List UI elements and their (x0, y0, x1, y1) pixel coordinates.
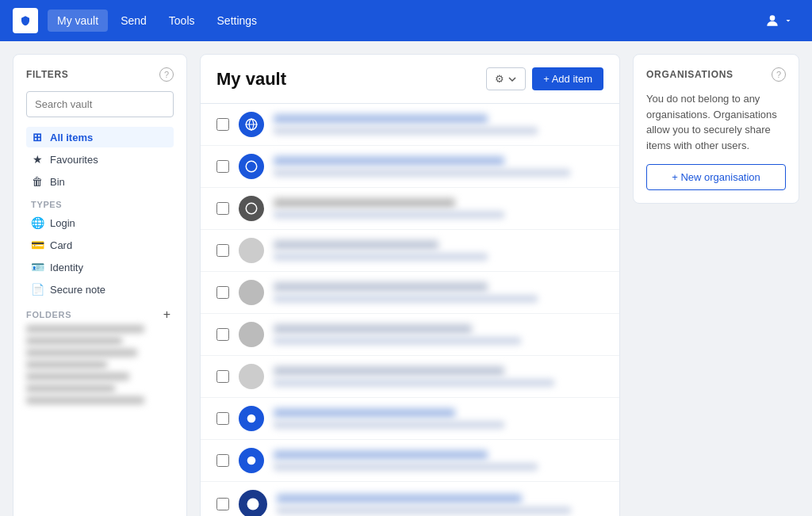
folder-item-5[interactable] (26, 373, 129, 380)
item-name-6 (274, 324, 472, 334)
nav-item-login[interactable]: 🌐 Login (26, 212, 174, 233)
item-detail-8 (274, 421, 504, 429)
item-info-3 (274, 198, 603, 219)
item-detail-9 (274, 463, 538, 471)
item-icon-1 (239, 112, 264, 137)
item-name-1 (274, 114, 488, 124)
item-icon-3 (239, 196, 264, 221)
item-info-8 (274, 408, 603, 429)
item-checkbox-7[interactable] (216, 370, 229, 383)
filters-help-icon[interactable]: ? (159, 67, 174, 82)
nav-item-favourites[interactable]: ★ Favourites (26, 149, 174, 170)
vault-item-1 (201, 104, 619, 146)
item-icon-4 (239, 238, 264, 263)
item-icon-5 (239, 280, 264, 305)
item-checkbox-8[interactable] (216, 412, 229, 425)
item-checkbox-9[interactable] (216, 454, 229, 467)
svg-point-4 (247, 415, 256, 423)
item-name-8 (274, 408, 455, 418)
gear-icon: ⚙ (495, 73, 504, 85)
add-item-button[interactable]: + Add item (532, 67, 603, 90)
sidebar: FILTERS ? ⊞ All items ★ Favourites 🗑 Bin… (13, 54, 187, 516)
trash-icon: 🗑 (31, 175, 44, 188)
item-info-1 (274, 114, 603, 135)
nav-item-bin[interactable]: 🗑 Bin (26, 171, 174, 192)
card-label: Card (50, 239, 72, 251)
item-detail-1 (274, 127, 538, 135)
folders-section-label: FOLDERS (26, 310, 71, 319)
item-checkbox-4[interactable] (216, 244, 229, 257)
item-info-10 (277, 494, 603, 514)
vault-item-7 (201, 356, 619, 398)
vault-item-6 (201, 314, 619, 356)
settings-button[interactable]: ⚙ (486, 67, 526, 90)
item-checkbox-10[interactable] (216, 498, 229, 510)
org-panel-title: ORGANISATIONS (646, 69, 733, 80)
item-detail-2 (274, 169, 570, 177)
filters-title: FILTERS (26, 69, 68, 80)
item-checkbox-5[interactable] (216, 286, 229, 299)
folder-item-3[interactable] (26, 349, 137, 357)
svg-point-3 (246, 203, 257, 214)
nav-settings[interactable]: Settings (208, 10, 267, 32)
main-content: My vault ⚙ + Add item (200, 54, 620, 516)
favourites-label: Favourites (50, 154, 98, 166)
search-input[interactable] (26, 91, 174, 117)
svg-point-0 (770, 15, 776, 21)
types-section-label: TYPES (31, 200, 174, 209)
item-checkbox-1[interactable] (216, 118, 229, 131)
nav-links: My vault Send Tools Settings (48, 10, 266, 32)
item-info-9 (274, 450, 603, 471)
nav-tools[interactable]: Tools (159, 10, 205, 32)
vault-item-3 (201, 188, 619, 230)
item-detail-10 (277, 506, 571, 514)
item-name-7 (274, 366, 504, 376)
item-checkbox-2[interactable] (216, 160, 229, 173)
svg-point-2 (246, 161, 257, 172)
sidebar-header: FILTERS ? (26, 67, 174, 82)
item-name-2 (274, 156, 504, 166)
organisations-panel: ORGANISATIONS ? You do not belong to any… (633, 54, 799, 204)
item-info-5 (274, 282, 603, 303)
item-detail-3 (274, 211, 504, 219)
content-header: My vault ⚙ + Add item (201, 55, 619, 104)
org-help-icon[interactable]: ? (772, 67, 786, 82)
item-detail-5 (274, 295, 538, 303)
nav-item-card[interactable]: 💳 Card (26, 235, 174, 255)
item-detail-7 (274, 379, 554, 387)
item-name-10 (277, 494, 522, 503)
login-label: Login (50, 217, 75, 229)
item-checkbox-6[interactable] (216, 328, 229, 341)
item-info-7 (274, 366, 603, 387)
nav-item-secure-note[interactable]: 📄 Secure note (26, 279, 174, 300)
identity-label: Identity (50, 262, 83, 273)
nav-my-vault[interactable]: My vault (48, 10, 108, 32)
item-name-9 (274, 450, 488, 460)
chevron-down-icon (508, 75, 517, 84)
grid-icon: ⊞ (31, 131, 44, 143)
nav-send[interactable]: Send (111, 10, 156, 32)
item-icon-8 (239, 406, 264, 431)
navbar: My vault Send Tools Settings (0, 0, 812, 41)
folder-item-2[interactable] (26, 337, 122, 345)
item-icon-6 (239, 322, 264, 347)
new-organisation-button[interactable]: + New organisation (646, 164, 786, 190)
org-panel-header: ORGANISATIONS ? (646, 67, 786, 82)
add-folder-button[interactable]: + (160, 308, 174, 322)
folder-item-1[interactable] (26, 325, 144, 333)
bin-label: Bin (50, 176, 65, 188)
folder-item-4[interactable] (26, 361, 107, 369)
nav-item-identity[interactable]: 🪪 Identity (26, 257, 174, 277)
folder-item-6[interactable] (26, 384, 115, 392)
nav-item-all-items[interactable]: ⊞ All items (26, 127, 174, 147)
note-icon: 📄 (31, 283, 44, 296)
vault-item-2 (201, 146, 619, 188)
right-panel: ORGANISATIONS ? You do not belong to any… (633, 54, 799, 516)
item-detail-6 (274, 337, 521, 345)
item-checkbox-3[interactable] (216, 202, 229, 215)
svg-point-6 (247, 499, 259, 510)
identity-icon: 🪪 (31, 261, 44, 273)
svg-point-5 (247, 457, 256, 465)
folder-item-7[interactable] (26, 396, 144, 404)
user-menu[interactable] (758, 8, 799, 33)
